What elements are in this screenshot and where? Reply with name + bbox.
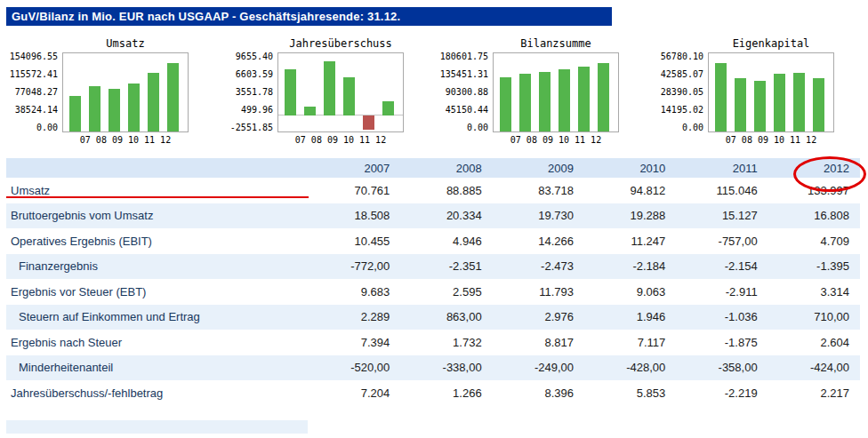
y-tick-label: 180601.75 <box>434 52 488 61</box>
chart-title: Eigenkapital <box>708 37 834 50</box>
bar-positive <box>382 101 394 115</box>
table-cell: -2.911 <box>676 285 768 299</box>
bar-positive <box>148 73 159 131</box>
bar-positive <box>304 107 316 115</box>
plot-area <box>277 52 404 132</box>
row-label: Steuern auf Einkommen und Ertrag <box>6 310 309 323</box>
plot-area <box>62 52 189 132</box>
table-cell: 1.266 <box>400 386 492 400</box>
y-tick-label: 154096.55 <box>4 52 58 61</box>
table-cell: 14.266 <box>493 235 584 248</box>
y-tick-label: 499.96 <box>219 106 273 115</box>
table-cell: -757,00 <box>676 235 768 248</box>
table-cell: -2.473 <box>493 259 584 273</box>
table-cell: 1.732 <box>400 336 492 349</box>
y-axis: 180601.75135451.3190300.8845150.440.00 <box>434 52 493 132</box>
chart-body: 9655.406603.593551.78499.96-2551.85 <box>219 52 434 132</box>
table-cell: 2.595 <box>400 285 492 299</box>
year-header: 2007 <box>309 162 400 175</box>
y-tick-label: 135451.31 <box>434 70 488 79</box>
table-bottom-strip <box>6 420 308 434</box>
chart-body: 180601.75135451.3190300.8845150.440.00 <box>434 52 649 132</box>
table-cell: -358,00 <box>676 361 768 374</box>
plot-area <box>493 52 619 132</box>
bar-positive <box>539 72 551 131</box>
table-cell: -1.875 <box>676 336 768 349</box>
chart-title: Bilanzsumme <box>493 37 619 50</box>
table-cell: 2.604 <box>768 336 860 349</box>
table-cell: -424,00 <box>768 361 860 374</box>
row-label: Ergebnis vor Steuer (EBT) <box>6 285 309 299</box>
bar-positive <box>343 77 355 115</box>
table-cell: -520,00 <box>309 361 400 374</box>
y-tick-label: 0.00 <box>649 123 703 132</box>
table-row: Operatives Ergebnis (EBIT)10.4554.94614.… <box>6 228 860 254</box>
plot-area <box>708 52 834 132</box>
table-cell: 9.063 <box>584 285 676 299</box>
table-cell: 8.396 <box>493 386 584 400</box>
table-cell: 1.946 <box>584 310 676 323</box>
table-header-row: 200720082009201020112012 <box>6 158 860 178</box>
bar-positive <box>324 61 335 115</box>
row-label: Jahresüberschuss/-fehlbetrag <box>6 386 309 400</box>
table-cell: -2.184 <box>584 259 676 273</box>
table-cell: 19.730 <box>493 209 584 222</box>
x-axis-labels: 07 08 09 10 11 12 <box>62 135 189 145</box>
row-label: Minderheitenanteil <box>6 361 309 374</box>
table-cell: 10.455 <box>309 235 400 248</box>
charts-row: Umsatz154096.55115572.4177048.2738524.14… <box>4 37 864 145</box>
table-cell: 115.046 <box>676 184 768 197</box>
x-axis-labels: 07 08 09 10 11 12 <box>493 135 619 145</box>
table-cell: -1.036 <box>676 310 768 323</box>
y-tick-label: 0.00 <box>4 123 58 132</box>
bar-positive <box>774 74 785 131</box>
y-tick-label: 115572.41 <box>4 70 58 79</box>
table-cell: 5.853 <box>584 386 676 400</box>
y-tick-label: 77048.27 <box>4 88 58 97</box>
table-row: Bruttoergebnis vom Umsatz18.50820.33419.… <box>6 203 860 229</box>
bar-positive <box>285 69 296 115</box>
y-axis: 9655.406603.593551.78499.96-2551.85 <box>219 52 277 132</box>
chart-umsatz: Umsatz154096.55115572.4177048.2738524.14… <box>4 37 219 145</box>
table-cell: -1.395 <box>768 259 860 273</box>
bar-positive <box>578 67 590 131</box>
bar-positive <box>715 63 727 131</box>
table-cell: 710,00 <box>768 310 860 323</box>
table-cell: 4.709 <box>768 235 860 248</box>
bar-positive <box>167 63 179 131</box>
bar-positive <box>793 73 805 131</box>
year-header: 2012 <box>768 162 860 175</box>
table-cell: 20.334 <box>400 209 492 222</box>
row-label: Ergebnis nach Steuer <box>6 336 309 349</box>
table-cell: 15.127 <box>676 209 768 222</box>
table-cell: -428,00 <box>584 361 676 374</box>
bar-positive <box>598 63 609 131</box>
year-header: 2011 <box>676 162 768 175</box>
y-tick-label: 38524.14 <box>4 106 58 115</box>
x-axis-labels: 07 08 09 10 11 12 <box>708 135 834 145</box>
y-tick-label: 90300.88 <box>434 88 488 97</box>
table-cell: 863,00 <box>400 310 492 323</box>
y-tick-label: 45150.44 <box>434 106 488 115</box>
table-cell: 16.808 <box>768 209 860 222</box>
table-cell: -2.219 <box>676 386 768 400</box>
row-label: Umsatz <box>6 184 309 197</box>
y-tick-label: 6603.59 <box>219 70 273 79</box>
financial-report-page: { "title_bar": { "text": "GuV/Bilanz in … <box>0 0 868 438</box>
table-cell: 94.812 <box>584 184 676 197</box>
chart-jahresberschuss: Jahresüberschuss9655.406603.593551.78499… <box>219 37 434 145</box>
table-cell: 3.314 <box>768 285 860 299</box>
bar-positive <box>128 84 140 131</box>
bar-positive <box>735 78 746 131</box>
chart-title: Umsatz <box>62 37 189 50</box>
table-row: Jahresüberschuss/-fehlbetrag7.2041.2668.… <box>6 380 860 406</box>
table-cell: 19.288 <box>584 209 676 222</box>
chart-title: Jahresüberschuss <box>277 37 404 50</box>
bar-positive <box>559 69 570 131</box>
table-cell: 11.793 <box>493 285 584 299</box>
table-row: Minderheitenanteil-520,00-338,00-249,00-… <box>6 355 860 381</box>
y-axis: 154096.55115572.4177048.2738524.140.00 <box>4 52 62 132</box>
y-tick-label: 42585.07 <box>649 70 703 79</box>
row-label: Operatives Ergebnis (EBIT) <box>6 235 309 248</box>
year-header: 2010 <box>584 162 676 175</box>
